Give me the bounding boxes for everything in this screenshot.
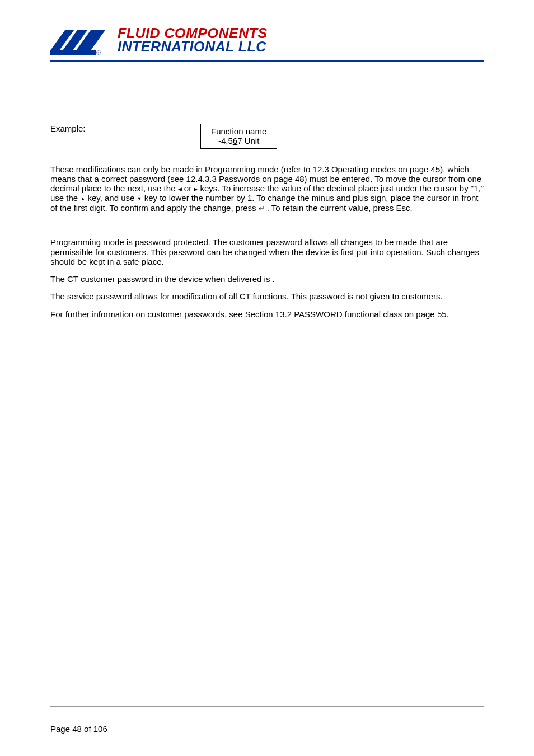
svg-rect-3: [50, 50, 96, 55]
fci-logo-icon: R: [50, 26, 112, 55]
logo-line-2: INTERNATIONAL LLC: [118, 40, 268, 54]
example-row: Example: Function name -4,567 Unit: [50, 124, 484, 149]
box-line-2: -4,567 Unit: [211, 136, 266, 145]
logo-text: FLUID COMPONENTS INTERNATIONAL LLC: [118, 27, 268, 54]
paragraph-4: The service password allows for modifica…: [50, 292, 484, 301]
enter-icon: ↵: [259, 205, 265, 213]
page: R FLUID COMPONENTS INTERNATIONAL LLC Exa…: [0, 0, 534, 756]
paragraph-1: These modifications can only be made in …: [50, 165, 484, 213]
box-suffix: 7 Unit: [237, 136, 259, 145]
page-number: Page 48 of 106: [50, 724, 484, 734]
box-prefix: -4,5: [218, 136, 233, 145]
paragraph-2: Programming mode is password protected. …: [50, 237, 484, 266]
p1f: . To retain the current value, press Esc…: [265, 203, 413, 213]
example-label: Example:: [50, 124, 196, 133]
logo-block: R FLUID COMPONENTS INTERNATIONAL LLC: [50, 26, 484, 55]
content-area: Example: Function name -4,567 Unit These…: [50, 62, 484, 319]
footer: Page 48 of 106: [50, 706, 484, 734]
box-line-1: Function name: [211, 126, 266, 136]
footer-rule: [50, 706, 484, 707]
display-box: Function name -4,567 Unit: [200, 124, 277, 149]
paragraph-3: The CT customer password in the device w…: [50, 274, 484, 284]
svg-text:R: R: [98, 51, 100, 54]
box-cursor-digit: 6: [233, 136, 237, 145]
p1d: key, and use: [85, 193, 137, 203]
paragraph-5: For further information on customer pass…: [50, 309, 484, 319]
p1b: or: [182, 184, 194, 193]
